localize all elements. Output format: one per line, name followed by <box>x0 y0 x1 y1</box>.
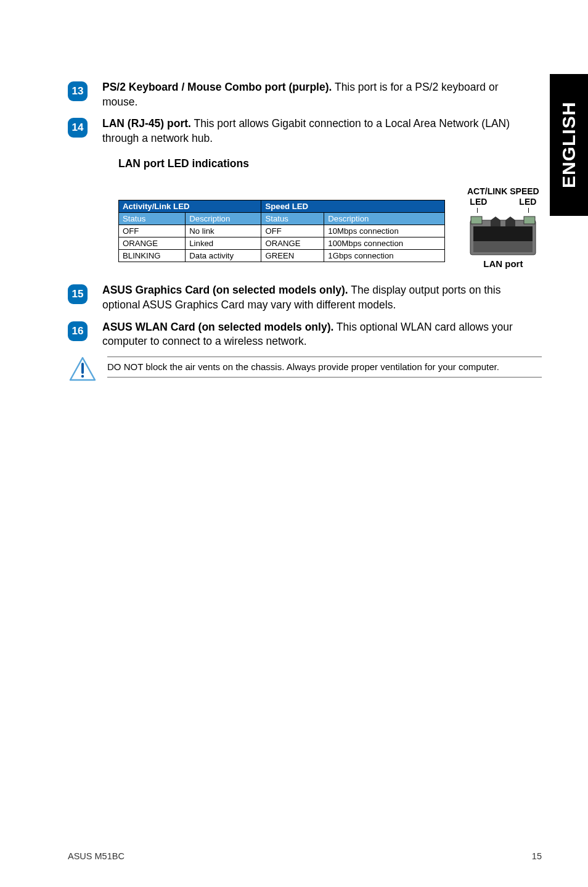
cell: Data activity <box>186 249 261 262</box>
badge-14: 14 <box>68 118 88 138</box>
lan-led-title: LAN port LED indications <box>118 157 542 170</box>
caution-icon <box>69 357 96 381</box>
item-13-text: PS/2 Keyboard / Mouse Combo port (purple… <box>102 80 542 109</box>
footer-model: ASUS M51BC <box>68 851 125 861</box>
item-13: 13 PS/2 Keyboard / Mouse Combo port (pur… <box>68 80 542 109</box>
cell: GREEN <box>261 249 324 262</box>
svg-rect-2 <box>473 241 533 252</box>
footer-page-number: 15 <box>532 851 542 861</box>
cell: BLINKING <box>119 249 186 262</box>
badge-13: 13 <box>68 81 88 101</box>
cell: ORANGE <box>119 237 186 249</box>
item-14-text: LAN (RJ-45) port. This port allows Gigab… <box>102 117 542 146</box>
cell: 100Mbps connection <box>324 237 445 249</box>
led-label-right: LED <box>519 197 536 208</box>
lan-port-diagram: ACT/LINK SPEED LED LED LAN <box>467 186 539 270</box>
table-row: ORANGE Linked ORANGE 100Mbps connection <box>119 237 445 249</box>
th-status-1: Status <box>119 212 186 225</box>
item-16-text: ASUS WLAN Card (on selected models only)… <box>102 320 542 349</box>
lan-row: Activity/Link LED Speed LED Status Descr… <box>68 186 542 270</box>
item-16-bold: ASUS WLAN Card (on selected models only)… <box>102 321 333 333</box>
cell: No link <box>186 225 261 237</box>
item-15-bold: ASUS Graphics Card (on selected models o… <box>102 284 348 296</box>
table-row: OFF No link OFF 10Mbps connection <box>119 225 445 237</box>
svg-rect-3 <box>471 217 482 224</box>
led-top-labels: ACT/LINK SPEED <box>467 186 539 197</box>
badge-15: 15 <box>68 284 88 304</box>
svg-point-6 <box>81 375 84 377</box>
badge-16: 16 <box>68 321 88 341</box>
speed-label: SPEED <box>510 186 539 196</box>
lan-port-label: LAN port <box>467 258 539 270</box>
cell: OFF <box>261 225 324 237</box>
page-footer: ASUS M51BC 15 <box>68 851 542 861</box>
led-table: Activity/Link LED Speed LED Status Descr… <box>118 200 445 262</box>
item-14: 14 LAN (RJ-45) port. This port allows Gi… <box>68 117 542 146</box>
table-row: BLINKING Data activity GREEN 1Gbps conne… <box>119 249 445 262</box>
tick-left <box>477 208 478 213</box>
led-sub-labels: LED LED <box>467 197 539 208</box>
tick-right <box>528 208 529 213</box>
language-tab: ENGLISH <box>550 74 588 216</box>
th-desc-2: Description <box>324 212 445 225</box>
actlink-label: ACT/LINK <box>467 186 507 196</box>
th-status-2: Status <box>261 212 324 225</box>
cell: Linked <box>186 237 261 249</box>
svg-rect-4 <box>524 217 535 224</box>
item-14-bold: LAN (RJ-45) port. <box>102 117 191 130</box>
led-label-left: LED <box>470 197 487 208</box>
item-15: 15 ASUS Graphics Card (on selected model… <box>68 283 542 312</box>
tick-row <box>467 208 539 214</box>
item-15-text: ASUS Graphics Card (on selected models o… <box>102 283 542 312</box>
item-13-bold: PS/2 Keyboard / Mouse Combo port (purple… <box>102 81 332 93</box>
th-speed: Speed LED <box>261 200 445 212</box>
th-activity: Activity/Link LED <box>119 200 261 212</box>
th-desc-1: Description <box>186 212 261 225</box>
caution-text: DO NOT block the air vents on the chassi… <box>107 357 542 377</box>
caution-note: DO NOT block the air vents on the chassi… <box>69 357 542 381</box>
item-16: 16 ASUS WLAN Card (on selected models on… <box>68 320 542 349</box>
cell: ORANGE <box>261 237 324 249</box>
cell: 10Mbps connection <box>324 225 445 237</box>
rj45-icon <box>470 215 536 256</box>
cell: OFF <box>119 225 186 237</box>
cell: 1Gbps connection <box>324 249 445 262</box>
